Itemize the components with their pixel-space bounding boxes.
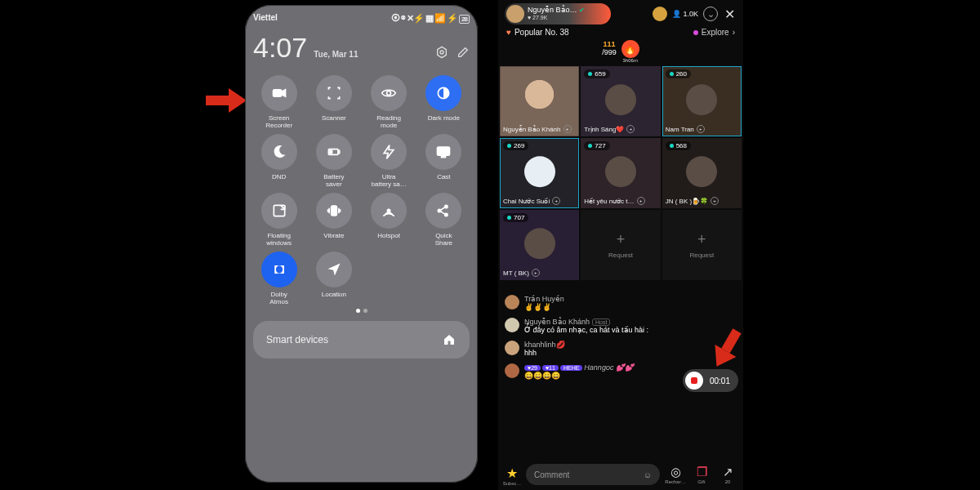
- settings-icon[interactable]: [435, 46, 448, 59]
- participant-name: Nam Tran+: [666, 125, 705, 133]
- smart-devices-button[interactable]: Smart devices: [253, 321, 470, 359]
- comment-placeholder: Comment: [534, 470, 569, 479]
- svg-point-3: [387, 91, 391, 96]
- viewer-avatar[interactable]: [653, 7, 667, 21]
- clock-time: 4:07: [253, 32, 307, 64]
- qs-tile-hotspot[interactable]: Hotspot: [363, 193, 415, 247]
- red-arrow-left: [206, 88, 247, 113]
- participant-cell[interactable]: 727Hết yêu nước t…+: [581, 138, 660, 208]
- cast-icon: [425, 134, 461, 170]
- qs-tile-label: DND: [272, 173, 286, 188]
- qs-tile-eye[interactable]: Readingmode: [363, 75, 415, 129]
- chat-message: ✌️✌️✌️: [524, 303, 564, 311]
- emoji-icon[interactable]: ☺: [644, 470, 652, 479]
- svg-point-13: [439, 209, 441, 212]
- qs-tile-label: Ultrabattery sa…: [372, 173, 407, 188]
- participant-cell[interactable]: 568JN ( BK )🍺🍀+: [662, 138, 742, 208]
- recording-pill[interactable]: 00:01: [683, 369, 738, 392]
- svg-rect-9: [442, 156, 446, 158]
- qs-tile-label: Location: [322, 291, 346, 305]
- svg-rect-8: [438, 147, 450, 155]
- chat-avatar: [505, 363, 519, 378]
- score-badge: 727: [584, 141, 609, 150]
- score-badge: 568: [666, 141, 691, 150]
- qs-tile-share[interactable]: QuickShare: [418, 193, 470, 247]
- chat-avatar: [505, 295, 519, 310]
- request-label: Request: [608, 252, 633, 259]
- edit-icon[interactable]: [457, 46, 470, 59]
- svg-rect-6: [338, 150, 340, 153]
- qs-tile-dolby[interactable]: DolbyAtmos: [253, 252, 305, 305]
- participant-cell[interactable]: 260Nam Tran+: [662, 66, 742, 136]
- participant-avatar: [686, 84, 717, 115]
- live-stream-app: Nguyễn Bảo…✔ ♥ 27.9K 👤 1.0K ⌄ ✕ ♥Popular…: [498, 0, 743, 490]
- goal-progress: 111 /999: [602, 40, 617, 63]
- qs-tile-dark[interactable]: Dark mode: [418, 75, 470, 129]
- participant-name: Nguyễn Bảo Khánh+: [503, 125, 572, 133]
- chat-area: Trần Huyền✌️✌️✌️ Nguyễn Bảo KhánhHostỞ đ…: [498, 295, 743, 380]
- gift-timer-icon[interactable]: 🔥: [621, 40, 639, 58]
- host-pill[interactable]: Nguyễn Bảo…✔ ♥ 27.9K: [505, 3, 611, 24]
- participant-avatar: [686, 156, 717, 187]
- dolby-icon: [261, 252, 297, 287]
- close-icon[interactable]: ✕: [723, 7, 737, 22]
- qs-tile-label: Scanner: [322, 114, 346, 129]
- qs-tile-label: ScreenRecorder: [265, 114, 292, 129]
- bottom-bar: ★ Subsc… Comment ☺ ◎Rechar… ❐Gift ↗20: [498, 461, 743, 488]
- chat-message: Ở đây có âm nhạc, ca hát và tấu hài :: [524, 326, 648, 334]
- qs-tile-label: QuickShare: [435, 232, 452, 247]
- qs-tile-float[interactable]: Floatingwindows: [253, 193, 305, 247]
- participant-avatar: [605, 84, 636, 115]
- qs-tile-scan[interactable]: Scanner: [308, 75, 359, 129]
- participant-cell[interactable]: HostNguyễn Bảo Khánh+: [500, 66, 579, 136]
- participant-cell[interactable]: 707MT ( BK)+: [500, 210, 579, 280]
- host-avatar: [506, 5, 524, 23]
- gift-button[interactable]: ❐Gift: [691, 465, 712, 484]
- mic-icon: +: [532, 269, 540, 277]
- participant-name: Chai Nước Suối+: [503, 197, 560, 205]
- mic-icon: +: [626, 125, 635, 133]
- mic-icon: +: [564, 125, 572, 133]
- qs-tile-bolt[interactable]: Ultrabattery sa…: [363, 134, 415, 188]
- host-hearts: ♥ 27.9K: [528, 14, 585, 21]
- host-tag: Host: [592, 318, 610, 326]
- request-slot[interactable]: +Request: [662, 210, 742, 280]
- share-button[interactable]: ↗20: [717, 465, 738, 484]
- chat-avatar: [505, 318, 519, 332]
- qs-tile-battery[interactable]: Batterysaver: [308, 134, 359, 188]
- level-badge: HEHE: [560, 365, 582, 371]
- participant-name: Hết yêu nước t…+: [584, 197, 644, 205]
- qs-tile-video[interactable]: ScreenRecorder: [253, 75, 305, 129]
- chat-avatar: [505, 341, 519, 355]
- top-bar: Nguyễn Bảo…✔ ♥ 27.9K 👤 1.0K ⌄ ✕: [498, 0, 743, 28]
- svg-point-12: [387, 209, 390, 212]
- popular-ranking[interactable]: ♥Popular No. 38: [506, 28, 569, 37]
- comment-input[interactable]: Comment ☺: [526, 464, 660, 485]
- qs-tile-moon[interactable]: DND: [253, 134, 305, 188]
- svg-point-15: [445, 213, 448, 216]
- participant-avatar: [524, 156, 555, 187]
- qs-tile-location[interactable]: Location: [308, 252, 359, 305]
- qs-tile-cast[interactable]: Cast: [418, 134, 470, 188]
- menu-dropdown-icon[interactable]: ⌄: [703, 7, 718, 21]
- participant-name: MT ( BK)+: [503, 269, 540, 277]
- chat-line: Trần Huyền✌️✌️✌️: [505, 295, 737, 311]
- stop-record-icon[interactable]: [685, 372, 703, 390]
- share-icon: [425, 193, 461, 229]
- explore-link[interactable]: Explore›: [693, 28, 735, 37]
- participant-cell[interactable]: 269Chai Nước Suối+: [500, 138, 579, 208]
- recharge-button[interactable]: ◎Rechar…: [665, 465, 686, 484]
- verified-icon: ✔: [579, 7, 585, 14]
- qs-tile-vibrate[interactable]: Vibrate: [308, 193, 359, 247]
- chat-username: Nguyễn Bảo Khánh: [524, 318, 590, 326]
- star-icon: ★: [506, 466, 518, 481]
- clock-row: 4:07 Tue, Mar 11: [253, 32, 470, 64]
- quick-settings-panel: Viettel ⦿ ⊗ ✕⚡ ▦ 📶 ⚡ 28 4:07 Tue, Mar 11…: [245, 5, 478, 483]
- subscribe-button[interactable]: ★ Subsc…: [503, 466, 521, 483]
- svg-rect-2: [273, 90, 281, 96]
- score-badge: 260: [666, 69, 691, 78]
- qs-tile-label: Hotspot: [377, 232, 400, 247]
- request-slot[interactable]: +Request: [581, 210, 660, 280]
- recording-time: 00:01: [710, 376, 730, 385]
- participant-cell[interactable]: 659Trịnh Sáng❤️+: [581, 66, 660, 136]
